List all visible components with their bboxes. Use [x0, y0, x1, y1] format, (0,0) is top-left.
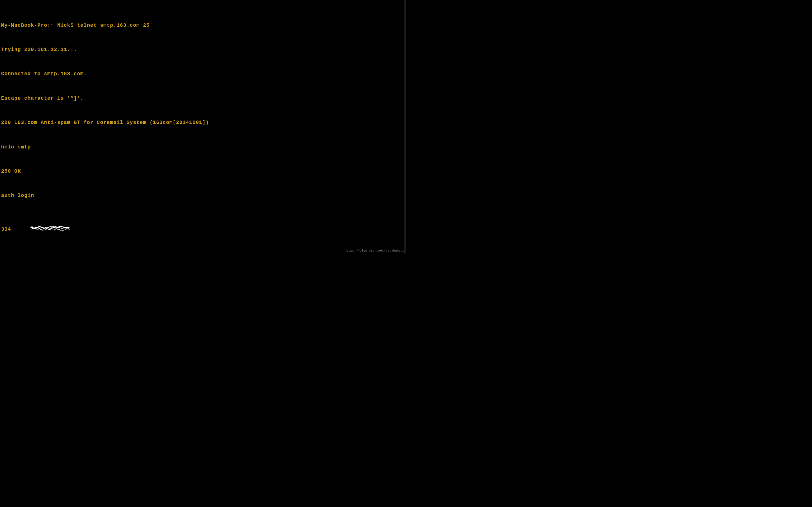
redacted-squiggle-1 — [28, 224, 73, 232]
url-bar: https://blog.csdn.net/babybabyup — [345, 249, 404, 252]
redacted-username — [14, 216, 73, 243]
line-helo: helo smtp — [1, 143, 405, 151]
line-auth: auth login — [1, 191, 405, 200]
line-trying: Trying 220.181.12.11... — [1, 46, 405, 54]
line-250: 250 OK — [1, 167, 405, 175]
line-escape: Escape character is '^]'. — [1, 94, 405, 103]
line-prompt: My-MacBook-Pro:~ Nick$ telnet smtp.163.c… — [1, 21, 405, 30]
terminal-window: My-MacBook-Pro:~ Nick$ telnet smtp.163.c… — [0, 0, 406, 253]
line-334a: 334 — [1, 216, 405, 243]
line-220: 220 163.com Anti-spam GT for Coremail Sy… — [1, 119, 405, 127]
line-connected: Connected to smtp.163.com. — [1, 70, 405, 78]
scrollbar[interactable] — [404, 0, 406, 253]
